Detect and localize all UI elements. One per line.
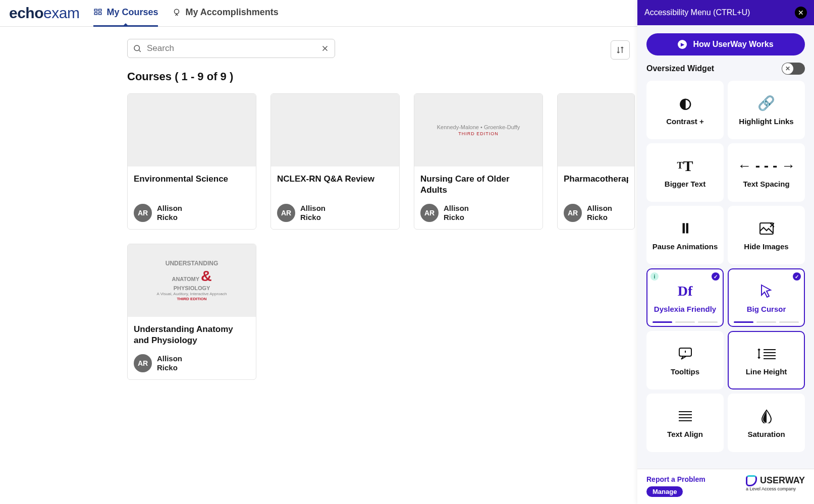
svg-rect-3	[99, 13, 101, 15]
course-card[interactable]: Pharmacotherap AR AllisonRicko	[557, 93, 635, 230]
tile-contrast[interactable]: ◐Contrast +	[646, 81, 724, 139]
tile-saturation[interactable]: Saturation	[728, 394, 805, 452]
course-thumbnail	[271, 94, 399, 166]
sort-icon	[616, 45, 625, 54]
info-icon: i	[650, 272, 659, 281]
svg-rect-0	[95, 9, 97, 11]
accessibility-tiles: ◐Contrast + 🔗Highlight Links TTBigger Te…	[646, 81, 805, 452]
svg-rect-2	[95, 13, 97, 15]
accomplishments-icon	[172, 8, 181, 17]
svg-point-4	[175, 9, 179, 14]
nav-my-courses[interactable]: My Courses	[93, 0, 158, 27]
bigger-text-icon: TT	[677, 157, 693, 175]
contrast-icon: ◐	[679, 95, 691, 112]
check-icon: ✓	[712, 272, 720, 281]
author-avatar: AR	[277, 204, 295, 222]
search-icon	[133, 44, 142, 53]
tile-bigger-text[interactable]: TTBigger Text	[646, 143, 724, 202]
tile-hide-images[interactable]: Hide Images	[728, 206, 805, 264]
author-avatar: AR	[420, 204, 439, 222]
close-button[interactable]: ✕	[795, 7, 807, 19]
sort-button[interactable]	[611, 40, 630, 60]
accessibility-footer: Report a Problem Manage USERWAY a Level …	[637, 469, 814, 504]
accessibility-title: Accessibility Menu (CTRL+U)	[644, 8, 750, 17]
tile-progress	[653, 321, 718, 323]
course-card[interactable]: UNDERSTANDING ANATOMY & PHYSIOLOGY A Vis…	[127, 244, 256, 380]
line-height-icon	[756, 345, 777, 362]
tile-line-height[interactable]: Line Height	[728, 331, 805, 389]
course-thumbnail	[558, 94, 634, 166]
tile-big-cursor[interactable]: ✓ Big Cursor	[728, 268, 805, 327]
nav-my-accomplishments[interactable]: My Accomplishments	[172, 0, 278, 27]
tooltip-icon	[678, 345, 692, 362]
play-icon: ▶	[678, 40, 687, 49]
brand-logo: echoexam	[9, 5, 79, 22]
nav-my-accomplishments-label: My Accomplishments	[185, 7, 278, 18]
course-author: AR AllisonRicko	[134, 354, 250, 372]
course-thumbnail: Kennedy-Malone • Groenke-DuffyTHIRD EDIT…	[414, 94, 542, 166]
course-thumbnail	[128, 94, 256, 166]
tile-pause-animations[interactable]: ⏸Pause Animations	[646, 206, 724, 264]
saturation-icon	[761, 408, 772, 425]
how-userway-works-button[interactable]: ▶ How UserWay Works	[646, 33, 805, 55]
course-card[interactable]: Kennedy-Malone • Groenke-DuffyTHIRD EDIT…	[414, 93, 543, 230]
search-input[interactable]	[147, 43, 315, 53]
cursor-icon	[760, 283, 773, 300]
link-icon: 🔗	[757, 95, 775, 112]
search-bar	[127, 39, 335, 58]
course-card[interactable]: NCLEX-RN Q&A Review AR AllisonRicko	[270, 93, 400, 230]
text-spacing-icon: ← - - - →	[737, 157, 795, 175]
tile-dyslexia-friendly[interactable]: i ✓ Df Dyslexia Friendly	[646, 268, 724, 327]
tile-progress	[734, 321, 799, 323]
course-title: Pharmacotherap	[564, 174, 628, 196]
tile-text-spacing[interactable]: ← - - - →Text Spacing	[728, 143, 805, 202]
userway-logo: USERWAY a Level Access company	[746, 475, 805, 491]
course-author: AR AllisonRicko	[277, 204, 393, 222]
svg-rect-1	[99, 9, 101, 11]
course-author: AR AllisonRicko	[420, 204, 536, 222]
author-avatar: AR	[134, 354, 152, 372]
accessibility-panel: Accessibility Menu (CTRL+U) ✕ ▶ How User…	[637, 0, 814, 504]
brand-part-2: exam	[43, 5, 79, 21]
course-thumbnail: UNDERSTANDING ANATOMY & PHYSIOLOGY A Vis…	[128, 244, 256, 317]
nav-my-courses-label: My Courses	[106, 7, 158, 18]
course-author: AR AllisonRicko	[564, 204, 628, 222]
dyslexia-icon: Df	[678, 283, 693, 300]
course-title: Understanding Anatomy and Physiology	[134, 324, 250, 346]
pause-icon: ⏸	[678, 220, 692, 237]
userway-mark-icon	[746, 475, 757, 486]
tile-tooltips[interactable]: Tooltips	[646, 331, 724, 389]
hide-images-icon	[759, 220, 774, 237]
clear-icon[interactable]	[320, 44, 330, 53]
manage-button[interactable]: Manage	[646, 486, 683, 497]
text-align-icon	[678, 408, 693, 425]
course-title: Nursing Care of Older Adults	[420, 174, 536, 196]
courses-icon	[93, 8, 102, 17]
oversized-widget-row: Oversized Widget ✕	[646, 63, 805, 75]
report-problem-link[interactable]: Report a Problem	[646, 475, 706, 483]
author-avatar: AR	[134, 204, 152, 222]
course-grid: Environmental Science AR AllisonRicko NC…	[127, 93, 672, 380]
accessibility-header: Accessibility Menu (CTRL+U) ✕	[637, 0, 814, 25]
oversized-widget-toggle[interactable]: ✕	[782, 63, 805, 75]
course-title: NCLEX-RN Q&A Review	[277, 174, 393, 196]
course-card[interactable]: Environmental Science AR AllisonRicko	[127, 93, 256, 230]
check-icon: ✓	[793, 272, 801, 281]
course-author: AR AllisonRicko	[134, 204, 250, 222]
tile-text-align[interactable]: Text Align	[646, 394, 724, 452]
course-title: Environmental Science	[134, 174, 250, 196]
svg-point-5	[134, 45, 140, 51]
brand-part-1: echo	[9, 5, 43, 21]
tile-highlight-links[interactable]: 🔗Highlight Links	[728, 81, 805, 139]
author-avatar: AR	[564, 204, 582, 222]
